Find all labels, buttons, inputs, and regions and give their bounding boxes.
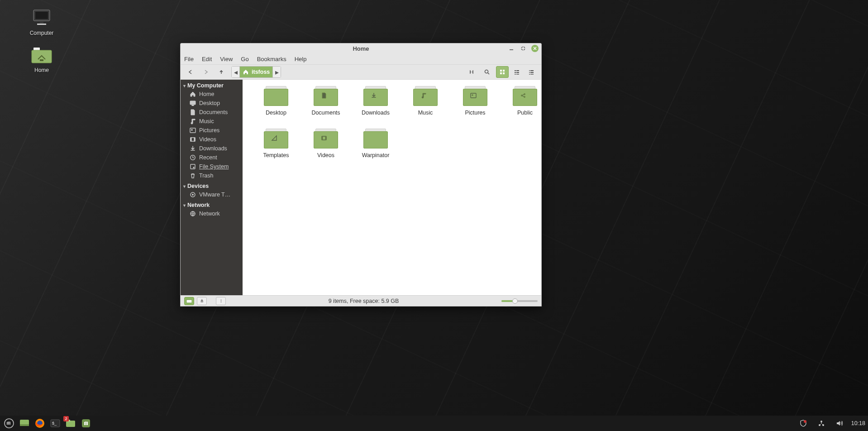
menu-help[interactable]: Help — [295, 56, 307, 62]
folder-icon — [363, 130, 388, 148]
folder-label: Public — [517, 110, 533, 116]
sidebar-item-desktop[interactable]: Desktop — [181, 99, 243, 108]
tray-network[interactable] — [815, 417, 828, 430]
svg-rect-33 — [515, 74, 516, 75]
folder-warpinator[interactable]: Warpinator — [352, 130, 399, 158]
sidebar: My ComputerHomeDesktopDocumentsMusicPict… — [181, 80, 243, 295]
toolbar: ◂ itsfoss ▸ — [181, 64, 541, 80]
mint-welcome-launcher[interactable] — [80, 417, 92, 430]
volume-icon — [836, 420, 843, 427]
folder-label: Videos — [317, 152, 334, 158]
desktop-icon-label: Home — [22, 67, 62, 73]
svg-rect-34 — [516, 74, 519, 75]
home-icon — [190, 91, 196, 97]
sidebar-item-label: Downloads — [199, 145, 227, 152]
folder-desktop[interactable]: Desktop — [253, 88, 300, 116]
window-title: Home — [353, 45, 369, 52]
menu-button[interactable] — [3, 417, 15, 430]
music-icon — [190, 118, 196, 125]
folder-public[interactable]: Public — [501, 88, 541, 116]
view-list-button[interactable] — [510, 66, 523, 78]
forward-button[interactable] — [200, 66, 212, 78]
firefox-launcher[interactable] — [33, 417, 46, 430]
view-icons-button[interactable] — [496, 66, 509, 78]
sidebar-item-downloads[interactable]: Downloads — [181, 144, 243, 153]
path-back-caret[interactable]: ◂ — [232, 67, 240, 77]
desktop-icon-computer[interactable]: Computer — [22, 6, 62, 36]
folder-icon — [463, 88, 487, 106]
path-forward-caret[interactable]: ▸ — [272, 67, 281, 77]
back-button[interactable] — [184, 66, 197, 78]
computer-icon — [31, 6, 52, 28]
show-desktop-button[interactable] — [18, 417, 31, 430]
folder-templates[interactable]: Templates — [253, 130, 300, 158]
view-compact-button[interactable] — [525, 66, 538, 78]
svg-rect-32 — [516, 72, 519, 73]
tray-updates[interactable] — [797, 417, 810, 430]
menu-bookmarks[interactable]: Bookmarks — [257, 56, 286, 62]
svg-text:$_: $_ — [52, 421, 57, 426]
search-button[interactable] — [481, 66, 493, 78]
sidebar-item-music[interactable]: Music — [181, 117, 243, 126]
sidebar-item-home[interactable]: Home — [181, 90, 243, 99]
sidebar-item-recent[interactable]: Recent — [181, 153, 243, 162]
menu-go[interactable]: Go — [241, 56, 248, 62]
zoom-thumb[interactable] — [512, 298, 518, 304]
trash-icon — [190, 172, 196, 179]
folder-icon — [363, 88, 388, 106]
desktop: Computer Home Home File Edit View Go Boo… — [0, 0, 868, 431]
svg-rect-40 — [530, 74, 534, 75]
svg-rect-38 — [530, 72, 534, 73]
folder-icon — [264, 88, 288, 106]
svg-point-35 — [529, 70, 530, 71]
sidebar-section[interactable]: Devices — [181, 180, 243, 190]
show-hidden-toggle[interactable]: ⫶ — [216, 297, 226, 305]
menu-file[interactable]: File — [184, 56, 194, 62]
up-button[interactable] — [215, 66, 228, 78]
maximize-button[interactable] — [520, 45, 527, 52]
folder-documents[interactable]: Documents — [302, 88, 349, 116]
recent-icon — [190, 154, 196, 161]
sidebar-item-vmware-t-[interactable]: VMware T… — [181, 190, 243, 199]
home-folder-icon — [31, 43, 52, 65]
folder-label: Documents — [311, 110, 340, 116]
sidebar-item-label: Videos — [199, 136, 216, 143]
svg-rect-25 — [500, 70, 502, 72]
menu-view[interactable]: View — [220, 56, 233, 62]
folder-music[interactable]: Music — [402, 88, 449, 116]
folder-downloads[interactable]: Downloads — [352, 88, 399, 116]
menu-edit[interactable]: Edit — [202, 56, 212, 62]
close-button[interactable] — [531, 45, 539, 52]
folder-pictures[interactable]: Pictures — [452, 88, 499, 116]
path-segment-home[interactable]: itsfoss — [240, 67, 272, 77]
clock[interactable]: 10:18 — [851, 420, 865, 426]
sidebar-item-file-system[interactable]: File System — [181, 162, 243, 171]
disk-icon — [190, 163, 196, 170]
shield-icon — [800, 420, 807, 427]
sidebar-item-pictures[interactable]: Pictures — [181, 126, 243, 135]
places-toggle[interactable] — [184, 297, 194, 305]
svg-rect-29 — [515, 70, 516, 71]
sidebar-item-label: Pictures — [199, 127, 219, 134]
titlebar[interactable]: Home — [181, 43, 541, 53]
sidebar-section[interactable]: My Computer — [181, 80, 243, 90]
taskbar: $_ 2 10:18 — [0, 416, 868, 431]
file-grid[interactable]: DesktopDocumentsDownloadsMusicPicturesPu… — [243, 80, 541, 295]
sidebar-item-videos[interactable]: Videos — [181, 135, 243, 144]
folder-label: Desktop — [266, 110, 286, 116]
toggle-location-button[interactable] — [465, 66, 478, 78]
svg-rect-27 — [500, 72, 502, 74]
sidebar-item-trash[interactable]: Trash — [181, 171, 243, 180]
folder-videos[interactable]: Videos — [302, 130, 349, 158]
zoom-slider[interactable] — [501, 300, 538, 302]
sidebar-item-documents[interactable]: Documents — [181, 108, 243, 117]
desktop-icon-home[interactable]: Home — [22, 43, 62, 73]
minimize-button[interactable] — [508, 45, 515, 52]
files-taskbar-button[interactable]: 2 — [64, 417, 77, 430]
sidebar-section[interactable]: Network — [181, 199, 243, 209]
path-bar: ◂ itsfoss ▸ — [231, 66, 281, 78]
sidebar-item-network[interactable]: Network — [181, 209, 243, 218]
tree-toggle[interactable]: ⋔ — [197, 297, 207, 305]
tray-volume[interactable] — [833, 417, 846, 430]
terminal-launcher[interactable]: $_ — [49, 417, 62, 430]
